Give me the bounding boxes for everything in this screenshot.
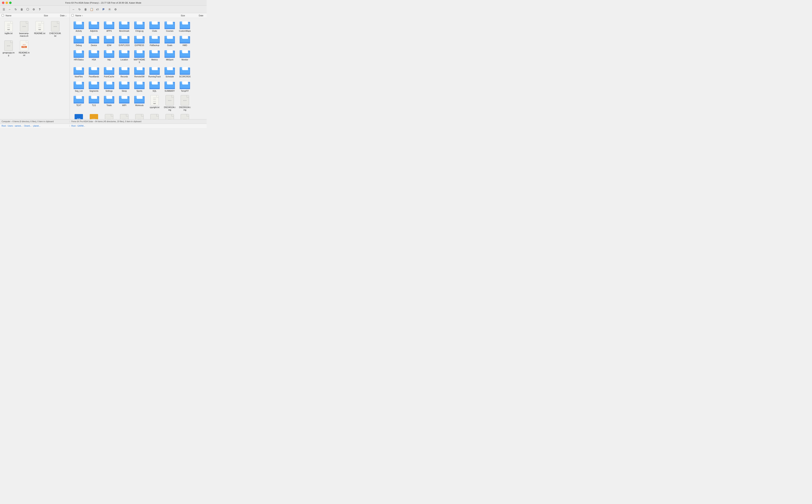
list-item[interactable]: PaceBands [87, 66, 101, 79]
list-item[interactable]: TempFIT [178, 80, 192, 93]
list-item[interactable]: NewFiles [72, 66, 86, 79]
list-item[interactable]: Seg_List [72, 80, 86, 93]
list-item[interactable]: gmapprom2.img [148, 113, 162, 119]
list-item[interactable]: Totals [102, 94, 116, 112]
select-all-right[interactable] [71, 14, 74, 17]
list-item[interactable]: Sleep [117, 80, 131, 93]
list-item[interactable]: MltSport [163, 49, 177, 64]
breadcrumb-root-right[interactable]: Root [71, 125, 76, 127]
list-item[interactable]: EXPRESS [132, 34, 146, 47]
list-item[interactable]: RunningTrack [148, 66, 162, 79]
list-item[interactable]: Debug [72, 34, 86, 47]
list-item[interactable]: EVNTLOGS [117, 34, 131, 47]
breadcrumb-downl[interactable]: Downl... [24, 125, 32, 127]
list-item[interactable]: basecamp-macos.sh [17, 20, 31, 38]
list-item[interactable]: FbtBackup [148, 34, 162, 47]
folder-icon [119, 66, 129, 75]
minimize-button[interactable] [6, 2, 8, 4]
list-item[interactable]: Metrics [148, 49, 162, 64]
list-item[interactable]: WIFI [117, 94, 131, 112]
list-item[interactable]: gmapsupp.img [2, 40, 16, 57]
list-item[interactable]: CHECKSUM.txt [48, 20, 62, 38]
breadcrumb-planet[interactable]: planet... [33, 125, 40, 127]
list-item[interactable]: gmapprom3.img [163, 113, 177, 119]
list-item[interactable]: EDM [102, 34, 116, 47]
list-item[interactable]: Segments [87, 80, 101, 93]
clipboard-r-button[interactable]: 📋 [89, 7, 94, 12]
list-item[interactable]: Adjstmts [87, 20, 101, 33]
delete-r-button[interactable]: 🗑 [83, 7, 88, 12]
list-item[interactable]: gmapprom1.img [132, 113, 146, 119]
list-item[interactable]: </XML>GarminDevice.xml [87, 113, 101, 119]
list-item[interactable]: Monitor [178, 49, 192, 64]
svg-rect-295 [137, 82, 143, 85]
paypal-button[interactable]: P [101, 7, 106, 12]
list-item[interactable]: CustomMaps [178, 20, 192, 33]
list-item[interactable]: TEXT [72, 94, 86, 112]
refresh-r-button[interactable]: ↻ [77, 7, 82, 12]
list-item[interactable]: SQL [148, 80, 162, 93]
breadcrumb-root-left[interactable]: Root [2, 125, 6, 127]
list-item[interactable]: http [102, 49, 116, 64]
menu-button[interactable]: ☰ [2, 7, 6, 12]
settings-button[interactable]: ⚙ [32, 7, 36, 12]
list-item[interactable]: HRVStatus [72, 49, 86, 64]
list-item[interactable]: Device [87, 34, 101, 47]
list-item[interactable]: Settings [102, 80, 116, 93]
list-item[interactable]: —————— TXT logfile.txt [2, 20, 16, 38]
github-button[interactable]: ⬡ [26, 7, 30, 12]
maximize-button[interactable] [9, 2, 12, 4]
list-item[interactable]: APPS [102, 20, 116, 33]
breadcrumb-samed[interactable]: samed... [15, 125, 22, 127]
select-all-left[interactable] [2, 14, 4, 17]
close-button[interactable] [2, 2, 4, 4]
left-date-col[interactable]: Date ↓ [48, 14, 68, 17]
svg-rect-199 [76, 67, 82, 70]
list-item[interactable]: Activity [72, 20, 86, 33]
back-button[interactable]: ← [8, 7, 12, 12]
breadcrumb-users[interactable]: Users [8, 125, 13, 127]
list-item[interactable]: Records [117, 66, 131, 79]
refresh-button[interactable]: ↻ [14, 7, 18, 12]
list-item[interactable]: Clubs [148, 20, 162, 33]
list-item[interactable]: MAPTHEMES [132, 49, 146, 64]
list-item[interactable]: —————— TXT README.txt [33, 20, 47, 38]
list-item[interactable]: HSA [87, 49, 101, 64]
list-item[interactable]: TLG [87, 94, 101, 112]
list-item[interactable]: PointCache [102, 66, 116, 79]
settings-r-button[interactable]: ⚙ [113, 7, 118, 12]
list-item[interactable]: Sports [132, 80, 146, 93]
tag-button[interactable]: 🏷 [95, 7, 100, 12]
list-item[interactable]: —————— TXT cpyright.txt [148, 94, 162, 112]
list-item[interactable]: D9224010A.img [163, 94, 177, 112]
back-r-button[interactable]: ← [71, 7, 76, 12]
right-size-col[interactable]: Size [169, 14, 185, 17]
breadcrumb-garm[interactable]: GARM... [77, 125, 85, 127]
list-item[interactable]: Benchmark [117, 20, 131, 33]
list-item[interactable]: gmapdem1.img [102, 113, 116, 119]
list-item[interactable]: < > HTML README.html [17, 40, 31, 57]
list-item[interactable]: Courses [163, 20, 177, 33]
list-item[interactable]: gmapprom.img [117, 113, 131, 119]
list-item[interactable]: D9225010A.img [178, 94, 192, 112]
list-item[interactable]: HMD [178, 34, 192, 47]
list-item[interactable]: Workouts [132, 94, 146, 112]
list-item[interactable]: ChngLog [132, 20, 146, 33]
list-item[interactable]: SUMMARY [163, 80, 177, 93]
left-size-col[interactable]: Size [32, 14, 48, 17]
help-button[interactable]: ? [37, 7, 42, 12]
coffee-button[interactable]: ☕ [107, 7, 112, 12]
right-name-col[interactable]: Name ↑ [75, 14, 169, 17]
list-item[interactable]: Schedule [163, 66, 177, 79]
list-item[interactable]: gmapski.img [178, 113, 192, 119]
list-item[interactable]: SCORCRDS [178, 66, 192, 79]
right-date-col[interactable]: Date [185, 14, 205, 17]
list-item[interactable]: Location [117, 49, 131, 64]
svg-rect-55 [167, 22, 173, 25]
list-item[interactable]: FITdevice.fit [72, 113, 86, 119]
list-item[interactable]: Goals [163, 34, 177, 47]
delete-button[interactable]: 🗑 [20, 7, 24, 12]
folder-icon [149, 35, 160, 43]
list-item[interactable]: RemoteSW [132, 66, 146, 79]
left-name-col[interactable]: Name [6, 14, 32, 17]
